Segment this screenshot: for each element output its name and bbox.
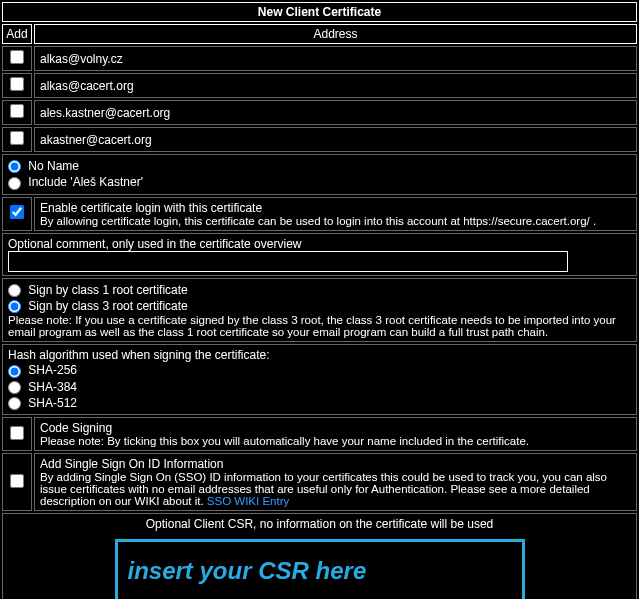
root-class1[interactable]: Sign by class 1 root certificate [8, 282, 631, 298]
email-checkbox-1[interactable] [10, 77, 24, 91]
hash-sha512[interactable]: SHA-512 [8, 395, 631, 411]
name-option-none[interactable]: No Name [8, 158, 631, 174]
code-signing-cell: Code Signing Please note: By ticking thi… [34, 417, 637, 451]
sso-wiki-link[interactable]: SSO WIKI Entry [207, 495, 289, 507]
code-signing-checkbox[interactable] [10, 426, 24, 440]
csr-textarea[interactable]: insert your CSR here [115, 539, 525, 599]
email-address-2: ales.kastner@cacert.org [34, 100, 637, 125]
sso-checkbox[interactable] [10, 474, 24, 488]
name-option-include[interactable]: Include 'Aleš Kastner' [8, 174, 631, 190]
csr-label: Optional Client CSR, no information on t… [8, 517, 631, 531]
email-checkbox-2[interactable] [10, 104, 24, 118]
hash-label: Hash algorithm used when signing the cer… [8, 348, 631, 362]
comment-input[interactable] [8, 251, 568, 272]
col-add: Add [2, 24, 32, 44]
email-address-3: akastner@cacert.org [34, 127, 637, 152]
email-checkbox-0[interactable] [10, 50, 24, 64]
email-checkbox-3[interactable] [10, 131, 24, 145]
enable-login-checkbox[interactable] [10, 205, 24, 219]
sso-cell: Add Single Sign On ID Information By add… [34, 453, 637, 511]
hash-sha384[interactable]: SHA-384 [8, 379, 631, 395]
page-title: New Client Certificate [2, 2, 637, 22]
email-address-0: alkas@volny.cz [34, 46, 637, 71]
col-address: Address [34, 24, 637, 44]
root-class3[interactable]: Sign by class 3 root certificate [8, 298, 631, 314]
enable-login-cell: Enable certificate login with this certi… [34, 197, 637, 231]
root-note: Please note: If you use a certificate si… [8, 314, 631, 338]
email-address-1: alkas@cacert.org [34, 73, 637, 98]
comment-label: Optional comment, only used in the certi… [8, 237, 631, 251]
hash-sha256[interactable]: SHA-256 [8, 362, 631, 378]
